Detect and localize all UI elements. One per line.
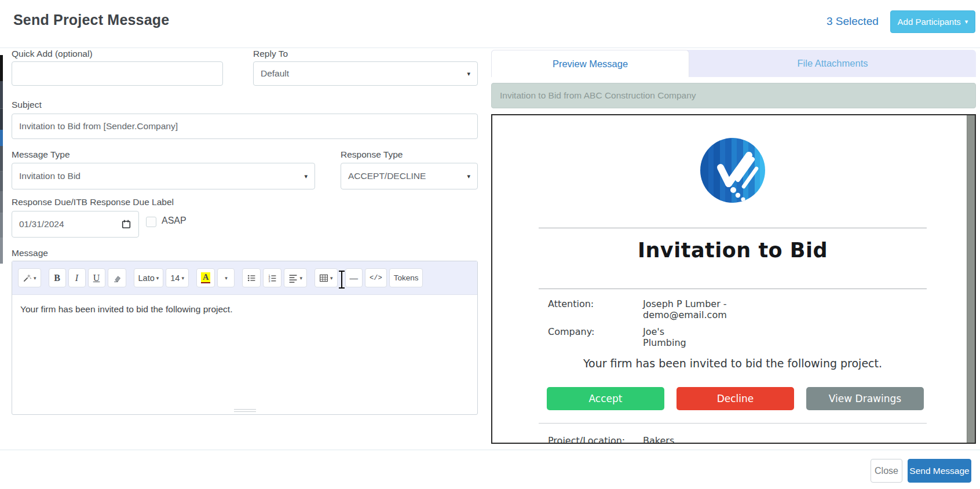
text-cursor — [338, 271, 346, 289]
chevron-down-icon: ▾ — [34, 275, 36, 281]
sliver-segment — [0, 213, 3, 238]
preview-scrollbar[interactable] — [967, 115, 975, 443]
bold-button[interactable]: B — [49, 268, 66, 287]
sliver-segment — [0, 55, 3, 81]
sliver-segment — [0, 171, 3, 191]
unordered-list-icon[interactable] — [242, 268, 261, 287]
divider — [539, 228, 927, 228]
font-size-select[interactable]: 14 ▾ — [166, 268, 189, 287]
chevron-down-icon: ▾ — [965, 19, 968, 25]
attention-label: Attention: — [548, 298, 594, 309]
close-button[interactable]: Close — [871, 459, 902, 483]
response-type-value: ACCEPT/DECLINE — [348, 171, 426, 181]
company-logo-icon — [699, 137, 766, 204]
tab-file-attachments-label: File Attachments — [798, 58, 868, 69]
tab-file-attachments[interactable]: File Attachments — [689, 50, 976, 77]
email-heading: Invitation to Bid — [539, 239, 927, 262]
svg-text:3: 3 — [269, 279, 270, 283]
chevron-down-icon: ▾ — [156, 275, 159, 281]
send-project-message-modal: Send Project Message 3 Selected Add Part… — [0, 0, 980, 489]
chevron-down-icon: ▾ — [299, 275, 302, 281]
subject-label: Subject — [12, 100, 42, 110]
background-page-sliver — [0, 55, 3, 264]
email-preview: Invitation to Bid Attention: Joseph P Lu… — [539, 115, 927, 443]
text-color-button[interactable]: A — [196, 268, 215, 287]
font-family-select[interactable]: Lato ▾ — [134, 268, 164, 287]
sliver-segment — [0, 191, 3, 213]
chevron-down-icon: ▾ — [304, 173, 308, 180]
quick-add-input[interactable] — [12, 61, 223, 86]
response-due-date-value: 01/31/2024 — [19, 219, 64, 229]
table-icon[interactable]: ▾ — [315, 268, 338, 287]
asap-label: ASAP — [162, 216, 187, 226]
header-divider — [0, 48, 980, 48]
message-body-editor[interactable]: Your firm has been invited to bid the fo… — [12, 295, 477, 414]
chevron-down-icon: ▾ — [467, 173, 470, 180]
response-type-label: Response Type — [341, 149, 403, 160]
chevron-down-icon: ▾ — [225, 275, 228, 281]
underline-button[interactable]: U — [88, 268, 105, 287]
subject-input[interactable] — [12, 114, 478, 139]
decline-button[interactable]: Decline — [677, 387, 794, 410]
chevron-down-icon: ▾ — [467, 70, 470, 78]
response-due-label: Response Due/ITB Response Due Label — [12, 197, 174, 207]
reply-to-select[interactable]: Default ▾ — [253, 61, 478, 86]
preview-subject-text: Invitation to Bid from ABC Construction … — [500, 90, 696, 101]
font-size-value: 14 — [170, 273, 180, 283]
response-type-select[interactable]: ACCEPT/DECLINE ▾ — [341, 163, 478, 189]
preview-pane: Invitation to Bid Attention: Joseph P Lu… — [491, 114, 976, 444]
calendar-icon[interactable] — [121, 219, 131, 229]
response-due-date-input[interactable]: 01/31/2024 — [12, 211, 139, 238]
message-type-select[interactable]: Invitation to Bid ▾ — [12, 163, 315, 189]
sliver-segment — [0, 109, 3, 130]
attention-value: Joseph P Lumber - demo@email.com — [643, 298, 727, 320]
preview-tabs: Preview Message File Attachments — [491, 50, 976, 77]
eraser-icon[interactable] — [108, 268, 126, 287]
reply-to-label: Reply To — [253, 49, 288, 59]
divider — [539, 423, 927, 424]
quick-add-label: Quick Add (optional) — [12, 49, 93, 59]
accept-button[interactable]: Accept — [547, 387, 664, 410]
project-value: Bakers Field Complex — [643, 435, 683, 444]
horizontal-rule-button[interactable]: — — [345, 268, 363, 287]
message-label: Message — [12, 248, 48, 258]
reply-to-value: Default — [261, 68, 289, 79]
message-editor: ▾ B I U Lato ▾ 14 ▾ A ▾ — [12, 261, 478, 415]
view-drawings-button[interactable]: View Drawings — [806, 387, 924, 410]
italic-button[interactable]: I — [68, 268, 86, 287]
text-color-dropdown[interactable]: ▾ — [217, 268, 235, 287]
align-icon[interactable]: ▾ — [284, 268, 307, 287]
tab-preview-message[interactable]: Preview Message — [491, 50, 689, 77]
divider — [539, 289, 927, 289]
preview-subject-bar: Invitation to Bid from ABC Construction … — [491, 83, 976, 108]
ordered-list-icon[interactable]: 123 — [263, 268, 281, 287]
chevron-down-icon: ▾ — [330, 275, 333, 281]
magic-wand-icon[interactable]: ▾ — [18, 268, 41, 287]
add-participants-button[interactable]: Add Participants ▾ — [890, 10, 975, 33]
message-type-value: Invitation to Bid — [19, 171, 81, 181]
company-value: Joe's Plumbing — [643, 326, 686, 348]
page-title: Send Project Message — [13, 12, 169, 28]
sliver-segment — [0, 146, 3, 171]
font-family-value: Lato — [138, 273, 155, 283]
sliver-segment — [0, 81, 3, 109]
code-view-button[interactable]: </> — [365, 268, 387, 287]
sliver-segment — [0, 238, 3, 264]
message-body-text: Your firm has been invited to bid the fo… — [20, 304, 232, 314]
company-label: Company: — [548, 326, 594, 337]
tab-preview-message-label: Preview Message — [553, 59, 628, 70]
sliver-segment — [0, 130, 3, 146]
selected-count-link[interactable]: 3 Selected — [827, 15, 879, 28]
footer-divider — [0, 450, 980, 450]
project-label: Project/Location: — [548, 435, 625, 444]
add-participants-label: Add Participants — [898, 17, 961, 27]
tokens-button[interactable]: Tokens — [389, 268, 423, 287]
asap-checkbox[interactable] — [146, 217, 156, 227]
send-message-button[interactable]: Send Message — [908, 459, 971, 483]
editor-toolbar: ▾ B I U Lato ▾ 14 ▾ A ▾ — [12, 261, 477, 295]
text-color-letter: A — [201, 272, 210, 283]
chevron-down-icon: ▾ — [181, 275, 184, 281]
editor-resize-handle[interactable] — [234, 409, 256, 412]
message-type-label: Message Type — [12, 149, 70, 160]
email-intro-text: Your firm has been invited to bid the fo… — [539, 357, 927, 370]
